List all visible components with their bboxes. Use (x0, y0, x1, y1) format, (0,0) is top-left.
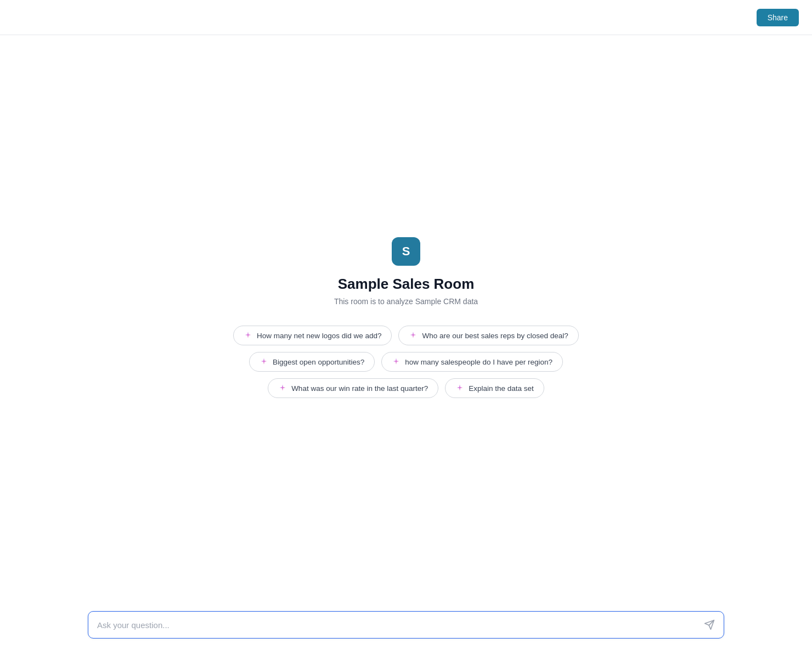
suggestion-btn-opportunities[interactable]: Biggest open opportunities? (249, 352, 375, 372)
room-icon-letter: S (402, 244, 410, 259)
main-content: S Sample Sales Room This room is to anal… (0, 35, 812, 600)
suggestion-btn-salespeople-region[interactable]: how many salespeople do I have per regio… (381, 352, 563, 372)
send-icon (704, 619, 715, 630)
suggestions-container: How many net new logos did we add? Who a… (233, 326, 579, 398)
sparkle-icon-4 (392, 357, 401, 366)
send-button[interactable] (704, 619, 715, 630)
header: Share (0, 0, 812, 35)
suggestion-label-explain-dataset: Explain the data set (469, 384, 534, 393)
share-button[interactable]: Share (757, 9, 799, 26)
sparkle-icon-5 (278, 384, 287, 393)
room-icon: S (392, 237, 420, 266)
suggestion-label-logos: How many net new logos did we add? (257, 332, 381, 340)
room-title: Sample Sales Room (338, 276, 475, 293)
suggestion-btn-logos[interactable]: How many net new logos did we add? (233, 326, 392, 345)
suggestion-label-sales-reps: Who are our best sales reps by closed de… (422, 332, 568, 340)
bottom-bar (0, 600, 812, 655)
sparkle-icon-2 (409, 331, 418, 340)
sparkle-icon-6 (455, 384, 464, 393)
sparkle-icon-3 (260, 357, 268, 366)
suggestion-label-opportunities: Biggest open opportunities? (273, 358, 364, 366)
suggestion-label-salespeople-region: how many salespeople do I have per regio… (405, 358, 552, 366)
suggestion-btn-sales-reps[interactable]: Who are our best sales reps by closed de… (398, 326, 578, 345)
input-container (88, 611, 724, 639)
room-description: This room is to analyze Sample CRM data (334, 297, 478, 306)
question-input[interactable] (97, 620, 704, 630)
sparkle-icon (244, 331, 252, 340)
suggestion-btn-explain-dataset[interactable]: Explain the data set (445, 378, 544, 398)
suggestion-row-3: What was our win rate in the last quarte… (268, 378, 544, 398)
suggestion-label-win-rate: What was our win rate in the last quarte… (291, 384, 428, 393)
suggestion-row-2: Biggest open opportunities? how many sal… (249, 352, 563, 372)
suggestion-row-1: How many net new logos did we add? Who a… (233, 326, 579, 345)
suggestion-btn-win-rate[interactable]: What was our win rate in the last quarte… (268, 378, 438, 398)
